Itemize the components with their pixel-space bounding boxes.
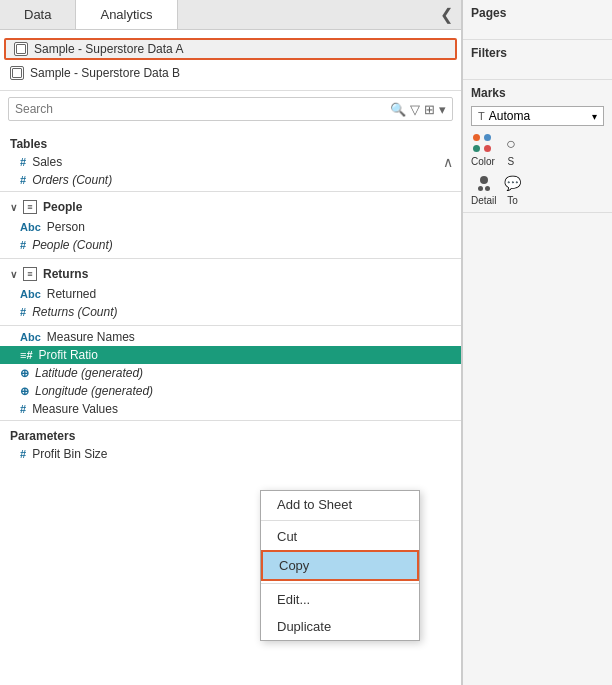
field-name-returned: Returned xyxy=(47,287,96,301)
marks-label: Marks xyxy=(471,86,604,100)
table-icon-people: ≡ xyxy=(23,200,37,214)
marks-icon-grid-2: Detail 💬 To xyxy=(471,173,604,206)
marks-icon-grid: Color ○ S xyxy=(471,134,604,167)
field-returns-count[interactable]: # Returns (Count) xyxy=(0,303,461,321)
menu-copy[interactable]: Copy xyxy=(261,550,419,581)
right-panel: Pages Filters Marks T Automa ▾ Color xyxy=(462,0,612,685)
marks-dropdown-arrow: ▾ xyxy=(592,111,597,122)
tooltip-icon: 💬 xyxy=(503,173,523,193)
menu-duplicate[interactable]: Duplicate xyxy=(261,613,419,640)
field-profit-ratio[interactable]: ≡# Profit Ratio xyxy=(0,346,461,364)
field-type-sales: # xyxy=(20,156,26,168)
search-bar: 🔍 ▽ ⊞ ▾ xyxy=(8,97,453,121)
field-type-profit-ratio: ≡# xyxy=(20,349,33,361)
marks-detail-button[interactable]: Detail xyxy=(471,173,497,206)
divider-4 xyxy=(0,420,461,421)
dot-teal xyxy=(473,145,480,152)
group-people: ∨ ≡ People Abc Person # People (Count) xyxy=(0,196,461,254)
search-input[interactable] xyxy=(9,102,390,116)
field-name-measure-values: Measure Values xyxy=(32,402,118,416)
marks-type-icon: T xyxy=(478,110,485,122)
field-person[interactable]: Abc Person xyxy=(0,218,461,236)
filter-icon[interactable]: ▽ xyxy=(410,102,420,117)
tabs-bar: Data Analytics ❮ xyxy=(0,0,461,30)
field-type-person: Abc xyxy=(20,221,41,233)
size-icon: ○ xyxy=(501,134,521,154)
field-orders-count[interactable]: # Orders (Count) xyxy=(0,171,461,189)
field-sales[interactable]: # Sales ∧ xyxy=(0,153,461,171)
field-measure-names[interactable]: Abc Measure Names xyxy=(0,328,461,346)
tables-section-header: Tables xyxy=(0,131,461,153)
marks-color-button[interactable]: Color xyxy=(471,134,495,167)
field-returned[interactable]: Abc Returned xyxy=(0,285,461,303)
marks-dropdown[interactable]: T Automa ▾ xyxy=(471,106,604,126)
tab-analytics[interactable]: Analytics xyxy=(76,0,177,29)
field-name-longitude: Longitude (generated) xyxy=(35,384,153,398)
field-type-measure-values: # xyxy=(20,403,26,415)
field-profit-bin-size[interactable]: # Profit Bin Size xyxy=(0,445,461,463)
menu-add-to-sheet[interactable]: Add to Sheet xyxy=(261,491,419,518)
divider-3 xyxy=(0,325,461,326)
datasource-item-b[interactable]: Sample - Superstore Data B xyxy=(0,62,461,84)
menu-divider-1 xyxy=(261,520,419,521)
field-name-measure-names: Measure Names xyxy=(47,330,135,344)
chevron-returns: ∨ xyxy=(10,269,17,280)
field-longitude[interactable]: ⊕ Longitude (generated) xyxy=(0,382,461,400)
scroll-up-icon[interactable]: ∧ xyxy=(443,154,453,170)
datasource-list: Sample - Superstore Data A Sample - Supe… xyxy=(0,30,461,91)
field-name-returns-count: Returns (Count) xyxy=(32,305,117,319)
field-type-measure-names: Abc xyxy=(20,331,41,343)
field-type-profit-bin: # xyxy=(20,448,26,460)
field-name-profit-ratio: Profit Ratio xyxy=(39,348,98,362)
group-people-header[interactable]: ∨ ≡ People xyxy=(0,196,461,218)
field-type-longitude: ⊕ xyxy=(20,385,29,398)
detail-icon xyxy=(474,173,494,193)
grid-icon[interactable]: ⊞ xyxy=(424,102,435,117)
tab-data[interactable]: Data xyxy=(0,0,76,29)
table-icon-returns: ≡ xyxy=(23,267,37,281)
field-name-people-count: People (Count) xyxy=(32,238,113,252)
menu-cut[interactable]: Cut xyxy=(261,523,419,550)
field-name-sales: Sales xyxy=(32,155,62,169)
dot-blue xyxy=(484,134,491,141)
field-measure-values[interactable]: # Measure Values xyxy=(0,400,461,418)
filters-section: Filters xyxy=(463,40,612,80)
menu-divider-2 xyxy=(261,583,419,584)
marks-tooltip-button[interactable]: 💬 To xyxy=(503,173,523,206)
field-latitude[interactable]: ⊕ Latitude (generated) xyxy=(0,364,461,382)
divider-2 xyxy=(0,258,461,259)
search-icons: 🔍 ▽ ⊞ ▾ xyxy=(390,102,452,117)
datasource-icon-b xyxy=(10,66,24,80)
field-name-person: Person xyxy=(47,220,85,234)
color-dots-grid xyxy=(473,134,493,154)
search-icon[interactable]: 🔍 xyxy=(390,102,406,117)
field-people-count[interactable]: # People (Count) xyxy=(0,236,461,254)
marks-section: Marks T Automa ▾ Color ○ S xyxy=(463,80,612,213)
marks-type-label: Automa xyxy=(489,109,530,123)
field-name-orders-count: Orders (Count) xyxy=(32,173,112,187)
pages-section: Pages xyxy=(463,0,612,40)
field-type-returned: Abc xyxy=(20,288,41,300)
chevron-people: ∨ xyxy=(10,202,17,213)
marks-size-button[interactable]: ○ S xyxy=(501,134,521,167)
field-type-orders: # xyxy=(20,174,26,186)
context-menu: Add to Sheet Cut Copy Edit... Duplicate xyxy=(260,490,420,641)
left-panel: Data Analytics ❮ Sample - Superstore Dat… xyxy=(0,0,462,685)
datasource-icon-a xyxy=(14,42,28,56)
field-name-profit-bin: Profit Bin Size xyxy=(32,447,107,461)
group-returns: ∨ ≡ Returns Abc Returned # Returns (Coun… xyxy=(0,263,461,321)
field-type-returns-count: # xyxy=(20,306,26,318)
dot-red xyxy=(484,145,491,152)
divider-1 xyxy=(0,191,461,192)
field-type-latitude: ⊕ xyxy=(20,367,29,380)
dropdown-icon[interactable]: ▾ xyxy=(439,102,446,117)
dot-orange xyxy=(473,134,480,141)
field-type-people-count: # xyxy=(20,239,26,251)
parameters-header: Parameters xyxy=(0,423,461,445)
group-returns-header[interactable]: ∨ ≡ Returns xyxy=(0,263,461,285)
menu-edit[interactable]: Edit... xyxy=(261,586,419,613)
field-name-latitude: Latitude (generated) xyxy=(35,366,143,380)
datasource-item-a[interactable]: Sample - Superstore Data A xyxy=(4,38,457,60)
collapse-button[interactable]: ❮ xyxy=(432,0,461,29)
